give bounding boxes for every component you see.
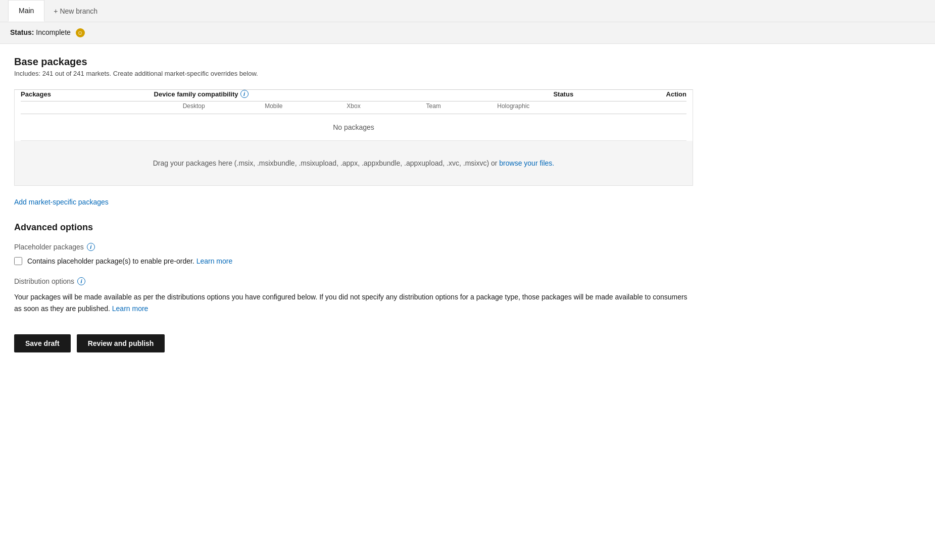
- status-value: Incomplete: [36, 28, 70, 36]
- sub-header-team: Team: [393, 101, 473, 114]
- placeholder-learn-more-link[interactable]: Learn more: [196, 257, 233, 265]
- drop-zone[interactable]: Drag your packages here (.msix, .msixbun…: [15, 141, 693, 186]
- packages-table: Packages Device family compatibility i S…: [21, 90, 686, 141]
- placeholder-info-icon[interactable]: i: [87, 243, 95, 251]
- sub-header-xbox: Xbox: [314, 101, 393, 114]
- col-header-status: Status: [553, 90, 633, 101]
- col-header-device-family: Device family compatibility i: [154, 90, 554, 101]
- status-icon: ☺: [76, 28, 85, 37]
- no-packages-cell: No packages: [21, 114, 686, 141]
- sub-header-holographic: Holographic: [473, 101, 553, 114]
- button-row: Save draft Review and publish: [14, 334, 693, 352]
- base-packages-subtitle: Includes: 241 out of 241 markets. Create…: [14, 70, 693, 77]
- sub-header-mobile: Mobile: [234, 101, 314, 114]
- placeholder-packages-text: Placeholder packages: [14, 243, 84, 251]
- distribution-options-text: Distribution options: [14, 277, 74, 285]
- sub-header-desktop: Desktop: [154, 101, 234, 114]
- device-family-info-icon[interactable]: i: [240, 90, 249, 98]
- col-header-action: Action: [633, 90, 686, 101]
- review-and-publish-button[interactable]: Review and publish: [77, 334, 165, 352]
- browse-files-link[interactable]: browse your files.: [499, 159, 554, 167]
- packages-table-wrapper: Packages Device family compatibility i S…: [14, 89, 693, 186]
- top-nav: Main + New branch: [0, 0, 935, 22]
- distribution-description: Your packages will be made available as …: [14, 291, 693, 314]
- add-market-specific-packages-link[interactable]: Add market-specific packages: [14, 198, 109, 206]
- distribution-options-label: Distribution options i: [14, 277, 693, 285]
- main-tab[interactable]: Main: [8, 0, 44, 22]
- distribution-learn-more-link[interactable]: Learn more: [112, 304, 149, 313]
- placeholder-checkbox-label: Contains placeholder package(s) to enabl…: [27, 257, 232, 265]
- main-content: Base packages Includes: 241 out of 241 m…: [0, 44, 707, 365]
- new-branch-button[interactable]: + New branch: [45, 3, 106, 19]
- base-packages-title: Base packages: [14, 56, 693, 68]
- no-packages-row: No packages: [21, 114, 686, 141]
- advanced-options-title: Advanced options: [14, 222, 693, 233]
- status-bar: Status: Incomplete ☺: [0, 22, 935, 44]
- drop-zone-text: Drag your packages here (.msix, .msixbun…: [153, 159, 498, 167]
- save-draft-button[interactable]: Save draft: [14, 334, 71, 352]
- placeholder-packages-label: Placeholder packages i: [14, 243, 693, 251]
- placeholder-checkbox-row: Contains placeholder package(s) to enabl…: [14, 257, 693, 265]
- col-header-packages: Packages: [21, 90, 154, 101]
- distribution-info-icon[interactable]: i: [77, 277, 85, 285]
- placeholder-checkbox[interactable]: [14, 257, 22, 265]
- table-sub-header-row: Desktop Mobile Xbox Team Holographic: [21, 101, 686, 114]
- status-label: Status:: [10, 28, 34, 36]
- device-family-label: Device family compatibility: [154, 90, 238, 98]
- table-header-row: Packages Device family compatibility i S…: [21, 90, 686, 101]
